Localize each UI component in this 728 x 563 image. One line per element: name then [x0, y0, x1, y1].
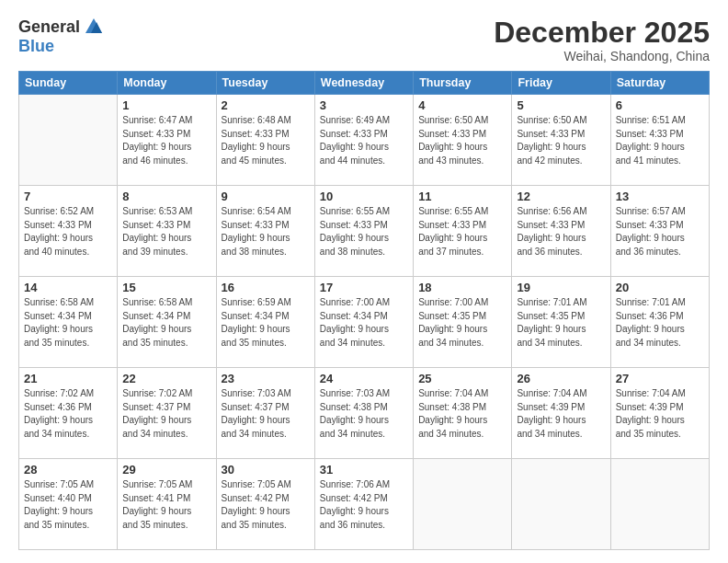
page: General Blue December 2025 Weihai, Shand… [0, 0, 728, 563]
day-info: Sunrise: 6:48 AMSunset: 4:33 PMDaylight:… [222, 114, 310, 167]
table-row: 11Sunrise: 6:55 AMSunset: 4:33 PMDayligh… [414, 186, 512, 277]
day-number: 30 [222, 463, 310, 477]
day-number: 17 [320, 281, 408, 294]
col-tuesday: Tuesday [216, 72, 314, 95]
day-info: Sunrise: 6:50 AMSunset: 4:33 PMDaylight:… [418, 114, 506, 167]
day-number: 26 [517, 372, 605, 385]
table-row: 25Sunrise: 7:04 AMSunset: 4:38 PMDayligh… [414, 368, 512, 459]
day-number: 29 [122, 463, 210, 477]
day-number: 24 [320, 372, 408, 385]
day-info: Sunrise: 6:49 AMSunset: 4:33 PMDaylight:… [320, 114, 408, 167]
day-info: Sunrise: 6:57 AMSunset: 4:33 PMDaylight:… [616, 205, 704, 259]
day-info: Sunrise: 7:03 AMSunset: 4:38 PMDaylight:… [320, 387, 408, 441]
calendar-week-row: 7Sunrise: 6:52 AMSunset: 4:33 PMDaylight… [19, 186, 710, 277]
col-friday: Friday [512, 72, 610, 95]
day-number: 6 [616, 98, 704, 112]
day-number: 9 [222, 190, 310, 203]
calendar-week-row: 1Sunrise: 6:47 AMSunset: 4:33 PMDaylight… [19, 95, 710, 186]
table-row: 10Sunrise: 6:55 AMSunset: 4:33 PMDayligh… [314, 186, 413, 277]
day-info: Sunrise: 7:05 AMSunset: 4:41 PMDaylight:… [122, 478, 210, 532]
day-info: Sunrise: 6:51 AMSunset: 4:33 PMDaylight:… [616, 114, 704, 167]
table-row: 18Sunrise: 7:00 AMSunset: 4:35 PMDayligh… [414, 277, 512, 368]
col-saturday: Saturday [610, 72, 709, 95]
table-row: 2Sunrise: 6:48 AMSunset: 4:33 PMDaylight… [216, 95, 314, 186]
day-number: 1 [122, 98, 210, 112]
table-row: 22Sunrise: 7:02 AMSunset: 4:37 PMDayligh… [118, 368, 216, 459]
table-row: 14Sunrise: 6:58 AMSunset: 4:34 PMDayligh… [19, 277, 118, 368]
day-number: 8 [122, 190, 210, 203]
table-row [610, 459, 709, 550]
day-number: 10 [320, 190, 408, 203]
day-number: 14 [24, 281, 112, 294]
day-number: 19 [517, 281, 605, 294]
table-row: 27Sunrise: 7:04 AMSunset: 4:39 PMDayligh… [610, 368, 709, 459]
day-number: 5 [517, 98, 605, 112]
table-row: 15Sunrise: 6:58 AMSunset: 4:34 PMDayligh… [118, 277, 216, 368]
table-row [414, 459, 512, 550]
day-number: 7 [24, 190, 112, 203]
day-info: Sunrise: 6:50 AMSunset: 4:33 PMDaylight:… [517, 114, 605, 167]
day-info: Sunrise: 7:04 AMSunset: 4:38 PMDaylight:… [418, 387, 506, 441]
header: General Blue December 2025 Weihai, Shand… [18, 17, 710, 63]
title-block: December 2025 Weihai, Shandong, China [494, 17, 710, 63]
day-number: 21 [24, 372, 112, 385]
table-row: 26Sunrise: 7:04 AMSunset: 4:39 PMDayligh… [512, 368, 610, 459]
calendar-week-row: 28Sunrise: 7:05 AMSunset: 4:40 PMDayligh… [19, 459, 710, 550]
day-info: Sunrise: 6:52 AMSunset: 4:33 PMDaylight:… [24, 205, 112, 259]
table-row: 16Sunrise: 6:59 AMSunset: 4:34 PMDayligh… [216, 277, 314, 368]
table-row [19, 95, 118, 186]
table-row: 19Sunrise: 7:01 AMSunset: 4:35 PMDayligh… [512, 277, 610, 368]
day-info: Sunrise: 7:04 AMSunset: 4:39 PMDaylight:… [517, 387, 605, 441]
col-wednesday: Wednesday [314, 72, 413, 95]
table-row: 23Sunrise: 7:03 AMSunset: 4:37 PMDayligh… [216, 368, 314, 459]
day-info: Sunrise: 6:54 AMSunset: 4:33 PMDaylight:… [222, 205, 310, 259]
table-row: 21Sunrise: 7:02 AMSunset: 4:36 PMDayligh… [19, 368, 118, 459]
day-number: 25 [418, 372, 506, 385]
day-number: 18 [418, 281, 506, 294]
table-row [512, 459, 610, 550]
logo-icon [84, 17, 104, 37]
col-monday: Monday [118, 72, 216, 95]
day-info: Sunrise: 7:06 AMSunset: 4:42 PMDaylight:… [320, 478, 408, 532]
table-row: 12Sunrise: 6:56 AMSunset: 4:33 PMDayligh… [512, 186, 610, 277]
day-info: Sunrise: 7:00 AMSunset: 4:35 PMDaylight:… [418, 296, 506, 350]
calendar-table: Sunday Monday Tuesday Wednesday Thursday… [18, 71, 710, 550]
day-info: Sunrise: 6:53 AMSunset: 4:33 PMDaylight:… [122, 205, 210, 259]
day-info: Sunrise: 6:47 AMSunset: 4:33 PMDaylight:… [122, 114, 210, 167]
table-row: 28Sunrise: 7:05 AMSunset: 4:40 PMDayligh… [19, 459, 118, 550]
day-number: 22 [122, 372, 210, 385]
day-number: 20 [616, 281, 704, 294]
table-row: 17Sunrise: 7:00 AMSunset: 4:34 PMDayligh… [314, 277, 413, 368]
table-row: 3Sunrise: 6:49 AMSunset: 4:33 PMDaylight… [314, 95, 413, 186]
day-info: Sunrise: 6:55 AMSunset: 4:33 PMDaylight:… [320, 205, 408, 259]
day-number: 3 [320, 98, 408, 112]
day-info: Sunrise: 7:01 AMSunset: 4:35 PMDaylight:… [517, 296, 605, 350]
day-number: 28 [24, 463, 112, 477]
calendar-header-row: Sunday Monday Tuesday Wednesday Thursday… [19, 72, 710, 95]
day-info: Sunrise: 6:56 AMSunset: 4:33 PMDaylight:… [517, 205, 605, 259]
day-info: Sunrise: 7:01 AMSunset: 4:36 PMDaylight:… [616, 296, 704, 350]
calendar-week-row: 21Sunrise: 7:02 AMSunset: 4:36 PMDayligh… [19, 368, 710, 459]
day-number: 12 [517, 190, 605, 203]
day-info: Sunrise: 7:04 AMSunset: 4:39 PMDaylight:… [616, 387, 704, 441]
day-info: Sunrise: 6:55 AMSunset: 4:33 PMDaylight:… [418, 205, 506, 259]
day-number: 23 [222, 372, 310, 385]
day-info: Sunrise: 7:05 AMSunset: 4:40 PMDaylight:… [24, 478, 112, 532]
month-title: December 2025 [494, 17, 710, 49]
logo: General Blue [18, 17, 104, 56]
day-info: Sunrise: 7:03 AMSunset: 4:37 PMDaylight:… [222, 387, 310, 441]
col-thursday: Thursday [414, 72, 512, 95]
table-row: 24Sunrise: 7:03 AMSunset: 4:38 PMDayligh… [314, 368, 413, 459]
day-info: Sunrise: 6:59 AMSunset: 4:34 PMDaylight:… [222, 296, 310, 350]
day-number: 31 [320, 463, 408, 477]
location-subtitle: Weihai, Shandong, China [494, 49, 710, 63]
logo-blue-text: Blue [18, 37, 54, 56]
table-row: 20Sunrise: 7:01 AMSunset: 4:36 PMDayligh… [610, 277, 709, 368]
table-row: 13Sunrise: 6:57 AMSunset: 4:33 PMDayligh… [610, 186, 709, 277]
day-info: Sunrise: 7:00 AMSunset: 4:34 PMDaylight:… [320, 296, 408, 350]
logo-general-text: General [18, 17, 80, 37]
day-info: Sunrise: 7:02 AMSunset: 4:37 PMDaylight:… [122, 387, 210, 441]
day-number: 13 [616, 190, 704, 203]
day-info: Sunrise: 6:58 AMSunset: 4:34 PMDaylight:… [24, 296, 112, 350]
day-number: 2 [222, 98, 310, 112]
